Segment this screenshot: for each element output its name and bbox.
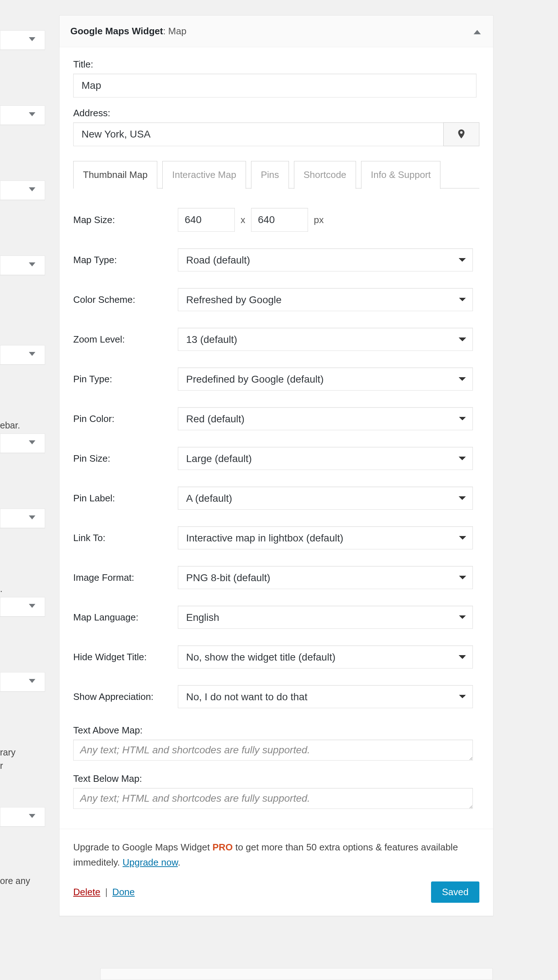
chevron-down-icon [29,352,35,356]
zoom-level-select[interactable]: 13 (default) [178,328,473,351]
action-separator: | [100,886,112,897]
map-language-label: Map Language: [73,612,178,623]
pin-color-select[interactable]: Red (default) [178,407,473,430]
collapsed-widget[interactable] [0,672,45,692]
promo-pre: Upgrade to Google Maps Widget [73,842,212,853]
zoom-level-label: Zoom Level: [73,334,178,345]
collapsed-widget[interactable] [0,508,45,528]
chevron-down-icon [29,441,35,444]
delete-link[interactable]: Delete [73,886,100,897]
upgrade-promo: Upgrade to Google Maps Widget PRO to get… [73,840,479,870]
text-above-textarea[interactable] [73,740,473,761]
tab-pins[interactable]: Pins [251,161,289,189]
tab-shortcode[interactable]: Shortcode [294,161,356,189]
chevron-down-icon [29,679,35,683]
chevron-down-icon [29,187,35,191]
tab-interactive-map[interactable]: Interactive Map [162,161,246,189]
collapsed-widget[interactable] [0,434,45,453]
collapsed-widget[interactable] [0,105,45,125]
image-format-label: Image Format: [73,572,178,583]
map-width-input[interactable] [178,208,235,232]
chevron-down-icon [29,814,35,818]
show-appreciation-select[interactable]: No, I do not want to do that [178,685,473,708]
chevron-down-icon [29,604,35,608]
pin-size-select[interactable]: Large (default) [178,447,473,470]
collapsed-widget[interactable] [0,256,45,275]
upgrade-now-link[interactable]: Upgrade now [123,857,178,868]
saved-button[interactable]: Saved [431,881,479,903]
collapsed-widget[interactable] [0,181,45,200]
next-widget-stub [100,968,493,980]
chevron-down-icon [29,262,35,266]
text-below-textarea[interactable] [73,788,473,809]
panel-header[interactable]: Google Maps Widget: Map [59,15,493,47]
done-link[interactable]: Done [112,886,135,897]
promo-period: . [178,857,181,868]
px-label: px [314,214,323,225]
address-label: Address: [73,108,479,119]
map-type-select[interactable]: Road (default) [178,248,473,271]
pin-size-label: Pin Size: [73,453,178,464]
hide-title-label: Hide Widget Title: [73,651,178,663]
dimension-separator: x [241,214,245,225]
pin-type-label: Pin Type: [73,373,178,385]
title-input[interactable] [73,74,476,97]
map-height-input[interactable] [251,208,308,232]
title-label: Title: [73,59,479,70]
collapsed-widget[interactable] [0,597,45,617]
text-above-label: Text Above Map: [73,725,479,736]
caret-up-icon[interactable] [474,30,481,34]
color-scheme-select[interactable]: Refreshed by Google [178,288,473,311]
pin-color-label: Pin Color: [73,413,178,424]
side-text: ebar. [0,420,45,431]
link-to-select[interactable]: Interactive map in lightbox (default) [178,526,473,549]
widget-name: Google Maps Widget [71,26,163,36]
collapsed-widget[interactable] [0,30,45,50]
pin-label-select[interactable]: A (default) [178,487,473,510]
chevron-down-icon [29,112,35,116]
side-text: rary [0,747,45,758]
collapsed-widget[interactable] [0,345,45,365]
text-below-label: Text Below Map: [73,773,479,784]
panel-title: Google Maps Widget: Map [71,26,187,36]
pin-type-select[interactable]: Predefined by Google (default) [178,367,473,391]
side-text: r [0,761,45,771]
tab-thumbnail-map[interactable]: Thumbnail Map [73,161,157,189]
chevron-down-icon [29,37,35,41]
map-size-label: Map Size: [73,214,178,225]
collapsed-widget[interactable] [0,807,45,827]
side-text: . [0,584,45,594]
tab-info-support[interactable]: Info & Support [361,161,440,189]
map-type-label: Map Type: [73,255,178,266]
address-input[interactable] [73,122,443,146]
pin-label-label: Pin Label: [73,493,178,504]
show-appreciation-label: Show Appreciation: [73,691,178,702]
image-format-select[interactable]: PNG 8-bit (default) [178,566,473,589]
promo-pro: PRO [212,842,233,853]
link-to-label: Link To: [73,533,178,544]
hide-title-select[interactable]: No, show the widget title (default) [178,645,473,669]
color-scheme-label: Color Scheme: [73,294,178,305]
locate-button[interactable] [443,122,479,146]
map-language-select[interactable]: English [178,606,473,629]
side-text: ore any [0,876,45,886]
chevron-down-icon [29,515,35,520]
google-maps-widget-panel: Google Maps Widget: Map Title: Address: [59,15,494,916]
widget-suffix: : Map [163,26,187,36]
map-pin-icon [456,128,467,140]
